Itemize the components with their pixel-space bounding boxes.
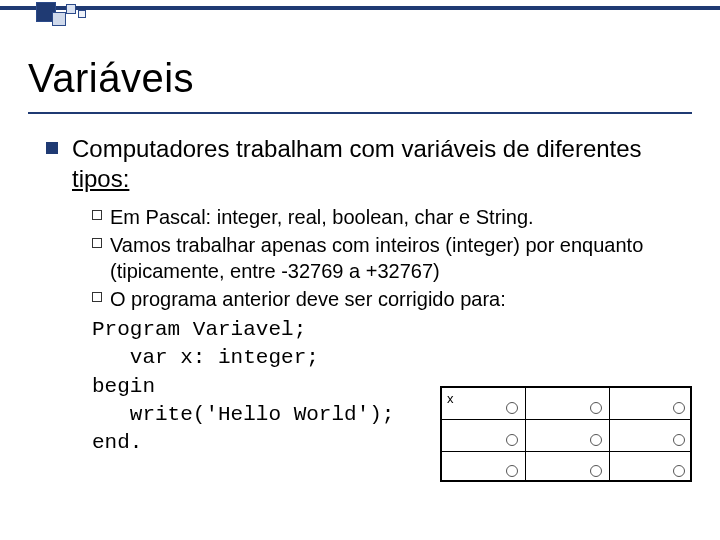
circle-icon	[590, 465, 602, 477]
code-line-2: var x: integer;	[92, 346, 319, 369]
cell-label-x: x	[447, 391, 454, 406]
sublist: Em Pascal: integer, real, boolean, char …	[92, 204, 686, 312]
slide-title: Variáveis	[28, 56, 194, 101]
intro-underlined: tipos:	[72, 165, 129, 192]
intro-before: Computadores trabalham com variáveis de …	[72, 135, 642, 162]
memory-table: x	[440, 386, 692, 482]
code-line-1: Program Variavel;	[92, 318, 306, 341]
circle-icon	[506, 465, 518, 477]
hollow-bullet-icon	[92, 238, 102, 248]
title-underline	[28, 112, 692, 114]
square-bullet-icon	[46, 142, 58, 154]
circle-icon	[590, 434, 602, 446]
circle-icon	[590, 402, 602, 414]
subitem-c-text: O programa anterior deve ser corrigido p…	[110, 286, 506, 312]
intro-text: Computadores trabalham com variáveis de …	[72, 134, 686, 194]
header-decoration	[0, 6, 720, 30]
subitem-b: Vamos trabalhar apenas com inteiros (int…	[92, 232, 686, 284]
circle-icon	[673, 402, 685, 414]
circle-icon	[506, 402, 518, 414]
subitem-c: O programa anterior deve ser corrigido p…	[92, 286, 686, 312]
code-line-4: write('Hello World');	[92, 403, 394, 426]
code-line-5: end.	[92, 431, 142, 454]
subitem-a-text: Em Pascal: integer, real, boolean, char …	[110, 204, 534, 230]
circle-icon	[673, 465, 685, 477]
circle-icon	[673, 434, 685, 446]
bullet-level1: Computadores trabalham com variáveis de …	[46, 134, 686, 194]
subitem-a: Em Pascal: integer, real, boolean, char …	[92, 204, 686, 230]
code-line-3: begin	[92, 375, 155, 398]
circle-icon	[506, 434, 518, 446]
hollow-bullet-icon	[92, 292, 102, 302]
subitem-b-text: Vamos trabalhar apenas com inteiros (int…	[110, 232, 686, 284]
hollow-bullet-icon	[92, 210, 102, 220]
